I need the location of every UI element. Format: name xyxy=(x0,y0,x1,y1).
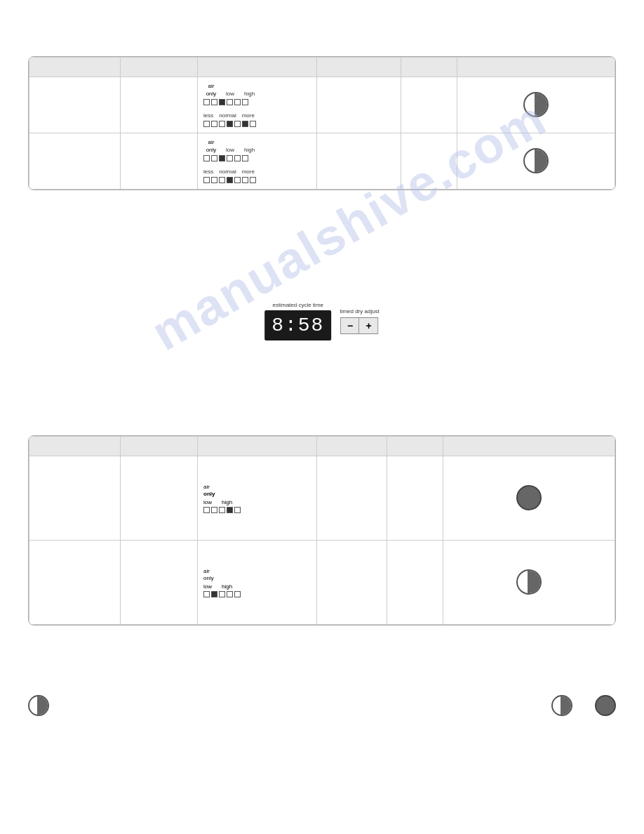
display-wrapper: estimated cycle time 8:58 xyxy=(264,302,331,340)
dot xyxy=(234,121,241,127)
dot xyxy=(203,591,210,597)
b-cell-1-1 xyxy=(29,456,121,541)
cell-1-4 xyxy=(317,77,401,133)
dot xyxy=(219,591,225,597)
digital-display: 8:58 xyxy=(264,310,331,340)
table-2: air only low high xyxy=(29,436,615,625)
col2-header-6 xyxy=(443,437,615,456)
col-header-1 xyxy=(29,58,121,77)
col-header-3 xyxy=(198,58,317,77)
b-cell-2-1 xyxy=(29,541,121,625)
table-1: air only low high xyxy=(29,57,615,190)
normal-label: normal xyxy=(219,112,236,119)
circle-fill xyxy=(535,93,547,117)
cell-1-2 xyxy=(121,77,198,133)
dot xyxy=(203,177,210,183)
dot xyxy=(234,177,241,183)
b-cell-1-2 xyxy=(121,456,198,541)
minus-button[interactable]: − xyxy=(342,318,360,333)
only-label: only xyxy=(203,575,214,581)
low-label: low xyxy=(203,499,212,505)
digital-display-section: estimated cycle time 8:58 timed dry adju… xyxy=(264,302,380,340)
timed-dry-buttons: − + xyxy=(341,317,379,334)
dot xyxy=(234,155,241,161)
high-label: high xyxy=(244,147,255,153)
b-cell-1-3: air only low high xyxy=(198,456,317,541)
b-cell-1-4 xyxy=(317,456,387,541)
circle-indicator-2 xyxy=(523,148,549,173)
dot xyxy=(227,591,233,597)
b-cell-1-6 xyxy=(443,456,615,541)
air-label: air xyxy=(203,484,210,490)
table-row: air only low high xyxy=(29,541,615,625)
cell-2-1 xyxy=(29,133,121,190)
dot xyxy=(242,177,248,183)
col-header-2 xyxy=(121,58,198,77)
circle-indicator-3 xyxy=(516,485,542,510)
dot xyxy=(219,121,225,127)
dot xyxy=(242,155,248,161)
dot xyxy=(219,507,225,513)
cell-2-4 xyxy=(317,133,401,190)
col2-header-2 xyxy=(121,437,198,456)
dot xyxy=(250,177,256,183)
dot xyxy=(242,99,248,105)
dot xyxy=(211,507,217,513)
dot xyxy=(211,121,217,127)
dot xyxy=(242,121,248,127)
col2-header-3 xyxy=(198,437,317,456)
circle-indicator-4 xyxy=(516,569,542,595)
fan-diagram-v2-2: air only low high xyxy=(203,568,311,597)
b-cell-1-5 xyxy=(387,456,443,541)
cell-2-5 xyxy=(401,133,457,190)
top-table: air only low high xyxy=(28,56,616,190)
timed-dry-label: timed dry adjust xyxy=(340,308,379,315)
legend-fill-2 xyxy=(561,696,571,716)
display-value: 8:58 xyxy=(271,315,324,336)
low-label: low xyxy=(226,147,234,153)
legend-circle-full xyxy=(595,695,616,716)
low-label: low xyxy=(226,91,234,97)
cell-2-6 xyxy=(457,133,615,190)
circle-indicator-1 xyxy=(523,92,549,117)
cell-1-1 xyxy=(29,77,121,133)
col2-header-4 xyxy=(317,437,387,456)
legend-item-left xyxy=(28,695,49,716)
dot xyxy=(203,121,210,127)
legend-section xyxy=(28,695,616,716)
air-label: air xyxy=(203,139,219,145)
cell-2-2 xyxy=(121,133,198,190)
b-cell-2-5 xyxy=(387,541,443,625)
air-only-label: only xyxy=(203,147,219,153)
dot xyxy=(234,507,241,513)
less-label: less xyxy=(203,112,213,119)
more-label: more xyxy=(242,168,255,175)
cycle-time-label: estimated cycle time xyxy=(273,302,323,308)
dot xyxy=(211,591,217,597)
plus-button[interactable]: + xyxy=(360,318,378,333)
cell-2-3: air only low high xyxy=(198,133,317,190)
fan-diagram-1: air only low high xyxy=(203,83,311,127)
dot xyxy=(211,155,217,161)
fan-diagram-2: air only low high xyxy=(203,139,311,183)
high-label: high xyxy=(244,91,255,97)
b-cell-2-3: air only low high xyxy=(198,541,317,625)
dot xyxy=(227,99,233,105)
col2-header-5 xyxy=(387,437,443,456)
dot xyxy=(203,507,210,513)
normal-label: normal xyxy=(219,168,236,175)
table-row: air only low high xyxy=(29,77,615,133)
high-label: high xyxy=(222,583,232,590)
timed-dry-section: timed dry adjust − + xyxy=(340,308,379,334)
table-row: air only low high xyxy=(29,133,615,190)
dot xyxy=(211,99,217,105)
dot xyxy=(203,155,210,161)
b-cell-2-4 xyxy=(317,541,387,625)
bottom-table: air only low high xyxy=(28,435,616,626)
air-label: air xyxy=(203,568,210,574)
circle-fill xyxy=(535,150,547,173)
legend-items-right xyxy=(551,695,616,716)
legend-circle-half-right-2 xyxy=(551,695,572,716)
b-cell-2-6 xyxy=(443,541,615,625)
dot xyxy=(219,177,225,183)
